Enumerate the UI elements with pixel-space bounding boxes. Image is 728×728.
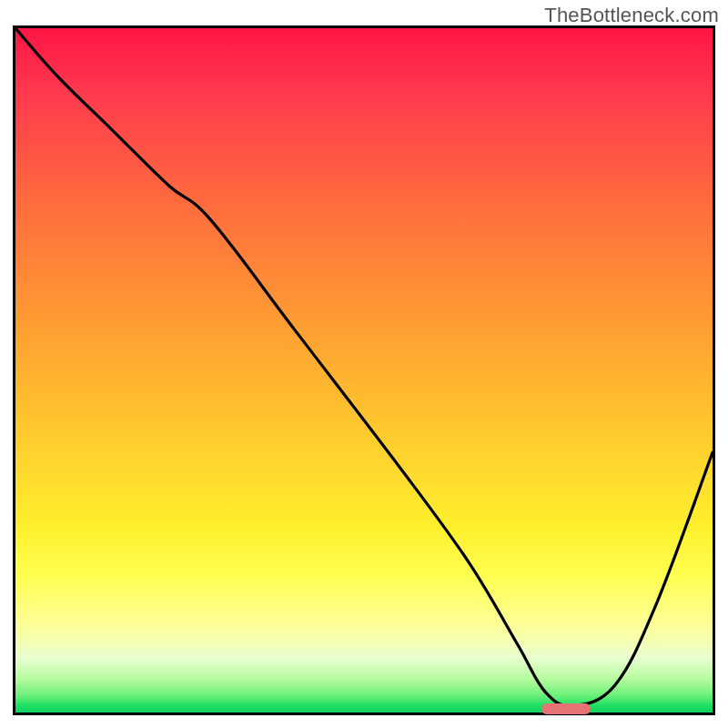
bottleneck-curve xyxy=(15,28,713,713)
chart-plot-area xyxy=(13,25,715,715)
optimal-range-marker xyxy=(541,703,591,714)
watermark-text: TheBottleneck.com xyxy=(544,4,719,27)
